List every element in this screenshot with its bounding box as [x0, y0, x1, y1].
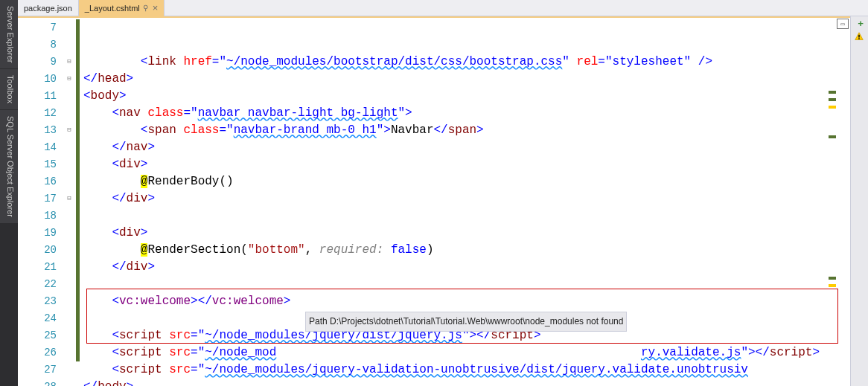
- code-line[interactable]: <vc:welcome></vc:welcome>: [83, 293, 850, 310]
- line-number: 13: [18, 122, 57, 139]
- code-line[interactable]: @RenderBody(): [83, 173, 850, 190]
- warning-icon[interactable]: [855, 31, 864, 40]
- code-line[interactable]: @RenderSection("bottom", required: false…: [83, 242, 850, 259]
- fold-toggle-icon[interactable]: ⊟: [63, 122, 76, 139]
- change-mark: [76, 156, 80, 173]
- fold-gutter: ⊟⊟⊟⊟: [63, 18, 76, 386]
- fold-toggle-icon: [63, 344, 76, 361]
- side-tab-toolbox[interactable]: Toolbox: [0, 69, 18, 110]
- line-number: 17: [18, 190, 57, 208]
- split-window-icon[interactable]: ▭: [837, 19, 849, 29]
- fold-toggle-icon: [63, 105, 76, 122]
- line-number: 25: [18, 327, 57, 344]
- change-mark: [76, 225, 80, 242]
- code-line[interactable]: </nav>: [83, 139, 850, 156]
- change-mark: [76, 139, 80, 156]
- line-number: 8: [18, 36, 57, 54]
- fold-toggle-icon: [63, 173, 76, 190]
- line-number: 9: [18, 54, 57, 71]
- code-line[interactable]: </body>: [83, 379, 850, 386]
- fold-toggle-icon: [63, 225, 76, 242]
- document-tab-bar: package.json _Layout.cshtml ⚲ ×: [18, 0, 868, 16]
- line-number: 19: [18, 225, 57, 242]
- fold-toggle-icon: [63, 242, 76, 259]
- code-line[interactable]: </head>: [83, 71, 850, 88]
- line-number: 21: [18, 259, 57, 276]
- code-line[interactable]: [83, 208, 850, 225]
- fold-toggle-icon[interactable]: ⊟: [63, 54, 76, 71]
- line-number: 22: [18, 276, 57, 293]
- change-mark: [76, 379, 80, 386]
- side-panel-sidebar: Server Explorer Toolbox SQL Server Objec…: [0, 0, 18, 386]
- change-mark: [76, 276, 80, 293]
- line-number: 11: [18, 88, 57, 105]
- tab-label: package.json: [24, 4, 72, 13]
- line-number: 18: [18, 208, 57, 225]
- fold-toggle-icon: [63, 19, 76, 36]
- side-tab-sql-object-explorer[interactable]: SQL Server Object Explorer: [0, 110, 18, 224]
- change-mark: [76, 259, 80, 276]
- line-number-gutter: 7891011121314151617181920212223242526272…: [18, 18, 63, 386]
- code-line[interactable]: <script src="~/node_modules/jquery-valid…: [83, 361, 850, 379]
- fold-toggle-icon: [63, 276, 76, 293]
- code-line[interactable]: <nav class="navbar navbar-light bg-light…: [83, 105, 850, 122]
- tab-layout-cshtml[interactable]: _Layout.cshtml ⚲ ×: [79, 0, 165, 16]
- pin-icon[interactable]: ⚲: [143, 4, 148, 12]
- right-sidebar: [850, 16, 868, 386]
- change-mark: [76, 173, 80, 190]
- tab-package-json[interactable]: package.json: [18, 0, 79, 16]
- change-mark: [76, 361, 80, 379]
- fold-toggle-icon: [63, 259, 76, 276]
- fold-toggle-icon: [63, 88, 76, 105]
- expand-icon[interactable]: +: [858, 19, 864, 30]
- change-mark: [76, 242, 80, 259]
- code-line[interactable]: </div>: [83, 259, 850, 276]
- change-mark: [76, 208, 80, 225]
- code-line[interactable]: <div>: [83, 156, 850, 173]
- line-number: 23: [18, 293, 57, 310]
- line-number: 7: [18, 19, 57, 36]
- code-editor[interactable]: 7891011121314151617181920212223242526272…: [18, 16, 850, 386]
- fold-toggle-icon[interactable]: ⊟: [63, 190, 76, 208]
- fold-toggle-icon[interactable]: ⊟: [63, 71, 76, 88]
- line-number: 15: [18, 156, 57, 173]
- change-mark: [76, 19, 80, 36]
- scroll-map[interactable]: [828, 31, 837, 386]
- change-mark: [76, 36, 80, 54]
- line-number: 28: [18, 379, 57, 386]
- fold-toggle-icon: [63, 139, 76, 156]
- line-number: 26: [18, 344, 57, 361]
- change-mark: [76, 293, 80, 310]
- code-line[interactable]: <span class="navbar-brand mb-0 h1">Navba…: [83, 122, 850, 139]
- svg-rect-1: [858, 38, 860, 39]
- code-line[interactable]: <div>: [83, 225, 850, 242]
- change-mark: [76, 122, 80, 139]
- side-tab-server-explorer[interactable]: Server Explorer: [0, 0, 18, 69]
- line-number: 24: [18, 310, 57, 327]
- line-number: 20: [18, 242, 57, 259]
- fold-toggle-icon: [63, 293, 76, 310]
- fold-toggle-icon: [63, 361, 76, 379]
- fold-toggle-icon: [63, 327, 76, 344]
- change-mark: [76, 310, 80, 327]
- fold-toggle-icon: [63, 36, 76, 54]
- tab-label: _Layout.cshtml: [85, 4, 140, 13]
- code-line[interactable]: <body>: [83, 88, 850, 105]
- line-number: 14: [18, 139, 57, 156]
- code-line[interactable]: <link href="~/node_modules/bootstrap/dis…: [83, 54, 850, 71]
- close-icon[interactable]: ×: [153, 3, 159, 13]
- change-mark: [76, 105, 80, 122]
- code-line[interactable]: <script src="~/node_mod ry.validate.js">…: [83, 344, 850, 361]
- svg-rect-0: [858, 35, 860, 38]
- change-mark: [76, 71, 80, 88]
- fold-toggle-icon: [63, 156, 76, 173]
- line-number: 10: [18, 71, 57, 88]
- code-line[interactable]: [83, 276, 850, 293]
- code-text-area[interactable]: <link href="~/node_modules/bootstrap/dis…: [80, 18, 850, 386]
- line-number: 12: [18, 105, 57, 122]
- change-mark: [76, 54, 80, 71]
- code-line[interactable]: </div>: [83, 190, 850, 208]
- line-number: 27: [18, 361, 57, 379]
- line-number: 16: [18, 173, 57, 190]
- change-mark: [76, 88, 80, 105]
